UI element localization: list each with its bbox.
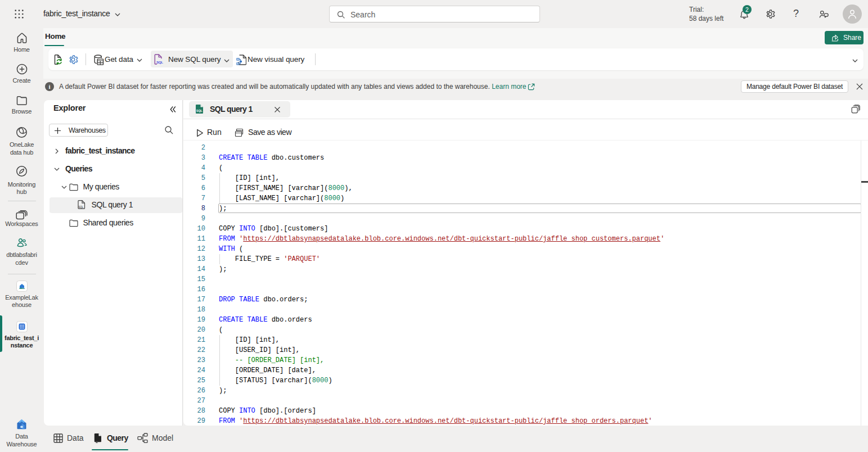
- svg-text:SQL: SQL: [156, 60, 163, 64]
- svg-text:SQL: SQL: [196, 109, 203, 112]
- svg-text:SQL: SQL: [78, 205, 83, 208]
